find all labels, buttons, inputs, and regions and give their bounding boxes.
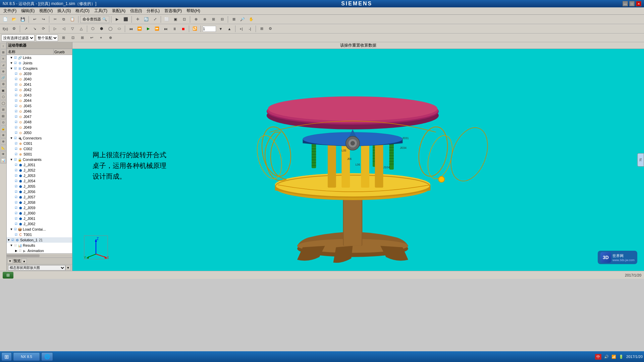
- tree-j054[interactable]: ☑ ⬟ J_J054: [7, 178, 72, 184]
- tree-joints[interactable]: ▼ ☑ ⚙ Joints: [7, 60, 72, 66]
- check-j042[interactable]: ☑: [14, 88, 18, 92]
- tree-j060[interactable]: ☑ ⬟ J_J060: [7, 210, 72, 216]
- sel-tb-1[interactable]: ⊞: [59, 34, 67, 42]
- left-icon-16[interactable]: ⊕: [0, 138, 6, 144]
- expand-results[interactable]: ▼: [9, 243, 13, 247]
- left-icon-3[interactable]: ≡: [0, 56, 6, 62]
- expand-couplers[interactable]: ▼: [9, 66, 13, 70]
- tree-j040[interactable]: ☑ ⊙ J040: [7, 76, 72, 82]
- check-c001[interactable]: ☑: [14, 141, 18, 145]
- tb-redo[interactable]: ↪: [39, 16, 47, 23]
- check-j059[interactable]: ☑: [14, 206, 18, 210]
- tree-loadcont[interactable]: ▼ ☑ 📦 Load Contai...: [7, 227, 72, 232]
- tb-rotate[interactable]: 🔄: [142, 16, 150, 23]
- tree-results[interactable]: ▼ ☑ 📊 Results: [7, 243, 72, 248]
- tb-paste[interactable]: 📋: [68, 16, 76, 23]
- tree-connectors[interactable]: ▼ ☑ 🔌 Connectors: [7, 135, 72, 141]
- check-solution1[interactable]: ☑: [11, 238, 15, 242]
- taskbar-ie-button[interactable]: 🌐: [41, 352, 53, 361]
- assembly-select[interactable]: 整个装配: [36, 35, 58, 41]
- taskbar-start-button[interactable]: ⊞: [1, 352, 12, 361]
- check-loadcont[interactable]: ☑: [13, 227, 17, 231]
- check-j050[interactable]: ☑: [14, 131, 18, 135]
- tb-copy[interactable]: ⧉: [60, 16, 68, 23]
- tree-j047[interactable]: ☑ ⊙ J047: [7, 114, 72, 119]
- left-icon-14[interactable]: 🔒: [0, 126, 6, 132]
- tb-box2[interactable]: ▣: [171, 16, 179, 23]
- tb-pause[interactable]: ⏸: [170, 25, 178, 33]
- menu-edit[interactable]: 编辑(E): [19, 7, 37, 14]
- tb-pan[interactable]: ✋: [247, 16, 255, 23]
- close-button[interactable]: ✕: [636, 1, 641, 6]
- left-icon-9[interactable]: ⬡: [0, 94, 6, 100]
- check-j039[interactable]: ☑: [14, 72, 18, 76]
- menu-file[interactable]: 文件(F): [1, 7, 18, 14]
- check-j048[interactable]: ☑: [14, 120, 18, 124]
- check-links[interactable]: ☑: [13, 56, 17, 60]
- menu-insert[interactable]: 插入(S): [55, 7, 73, 14]
- tb-prev-frame[interactable]: ⏪: [136, 25, 144, 33]
- tb-r2-1[interactable]: f(x): [1, 25, 9, 33]
- tb-r2-8[interactable]: ▽: [68, 25, 76, 33]
- check-j061[interactable]: ☑: [14, 217, 18, 221]
- sel-tb-5[interactable]: ⌖: [97, 34, 105, 42]
- left-icon-11[interactable]: ⊞: [0, 107, 6, 113]
- menu-assembly[interactable]: 装配(A): [110, 7, 127, 14]
- tb-r2-2[interactable]: ⚙: [10, 25, 18, 33]
- check-j062[interactable]: ☑: [14, 222, 18, 226]
- nav-tree[interactable]: ▼ ☑ 🔗 Links ▼ ☑ ⚙ Joints ▼ ☑ ⊞ Couplers: [7, 55, 72, 253]
- check-connectors[interactable]: ☑: [13, 136, 17, 140]
- tree-j052[interactable]: ☑ ⬟ J_J052: [7, 168, 72, 173]
- left-icon-1[interactable]: ↕: [0, 43, 6, 49]
- tree-animation[interactable]: ▶ ☑ ▶ Animation: [7, 248, 72, 253]
- tb-frame-up[interactable]: ▲: [225, 25, 233, 33]
- tree-couplers[interactable]: ▼ ☑ ⊞ Couplers: [7, 66, 72, 71]
- tree-j051[interactable]: ☑ ⬟ J_J051: [7, 162, 72, 168]
- check-j049[interactable]: ☑: [14, 125, 18, 129]
- left-icon-13[interactable]: ⊙: [0, 119, 6, 125]
- tb-r2-6[interactable]: ▷: [51, 25, 59, 33]
- check-joints[interactable]: ☑: [13, 61, 17, 65]
- check-animation[interactable]: ☑: [18, 249, 22, 253]
- expand-connectors[interactable]: ▼: [9, 136, 13, 140]
- tb-more4[interactable]: ⊟: [218, 16, 226, 23]
- nav-bottom-btn1[interactable]: ▼: [7, 258, 13, 264]
- left-icon-18[interactable]: 👁: [0, 151, 6, 157]
- tb-start[interactable]: ▶: [113, 16, 121, 23]
- tb-save[interactable]: 💾: [19, 16, 27, 23]
- menu-tools[interactable]: 工具(T): [92, 7, 109, 14]
- menu-help[interactable]: 帮助(H): [184, 7, 202, 14]
- tb-r2-7[interactable]: ◁: [60, 25, 68, 33]
- left-icon-10[interactable]: ◯: [0, 100, 6, 106]
- menu-analysis[interactable]: 分析(L): [145, 7, 162, 14]
- tb-rem-col[interactable]: -|: [246, 25, 254, 33]
- tree-j043[interactable]: ☑ ⊙ J043: [7, 93, 72, 98]
- left-icon-2[interactable]: ⊞: [0, 49, 6, 55]
- tree-j048[interactable]: ☑ ⊙ J048: [7, 119, 72, 125]
- check-j040[interactable]: ☑: [14, 77, 18, 81]
- check-j052[interactable]: ☑: [14, 168, 18, 172]
- tb-grid[interactable]: ⊞: [258, 25, 266, 33]
- tree-j058[interactable]: ☑ ⬟ J_J058: [7, 200, 72, 205]
- tb-more2[interactable]: ⊗: [201, 16, 209, 23]
- left-icon-17[interactable]: 📐: [0, 145, 6, 151]
- menu-info[interactable]: 信息(I): [128, 7, 144, 14]
- check-j055[interactable]: ☑: [14, 184, 18, 188]
- expand-solution1[interactable]: ▼: [7, 238, 11, 242]
- tree-j044[interactable]: ☑ ⊙ J044: [7, 98, 72, 103]
- tb-frame-down[interactable]: ▼: [217, 25, 225, 33]
- tb-zoom[interactable]: 🔎: [238, 16, 247, 23]
- tree-links[interactable]: ▼ ☑ 🔗 Links: [7, 55, 72, 60]
- check-results[interactable]: ☑: [13, 243, 17, 247]
- left-icon-12[interactable]: ▤: [0, 113, 6, 119]
- check-couplers[interactable]: ☑: [13, 66, 17, 70]
- tree-j049[interactable]: ☑ ⊙ J049: [7, 125, 72, 130]
- tb-more1[interactable]: ⊕: [192, 16, 200, 23]
- check-s001[interactable]: ☑: [14, 152, 18, 156]
- tree-c001[interactable]: ☑ ⊕ C001: [7, 141, 72, 146]
- tb-more3[interactable]: ⊞: [209, 16, 217, 23]
- tree-solution1[interactable]: ▼ ☑ ⚙ Solution_1 21: [7, 237, 72, 243]
- sel-tb-2[interactable]: ⊡: [69, 34, 77, 42]
- nav-scroll[interactable]: [7, 253, 72, 257]
- check-j054[interactable]: ☑: [14, 179, 18, 183]
